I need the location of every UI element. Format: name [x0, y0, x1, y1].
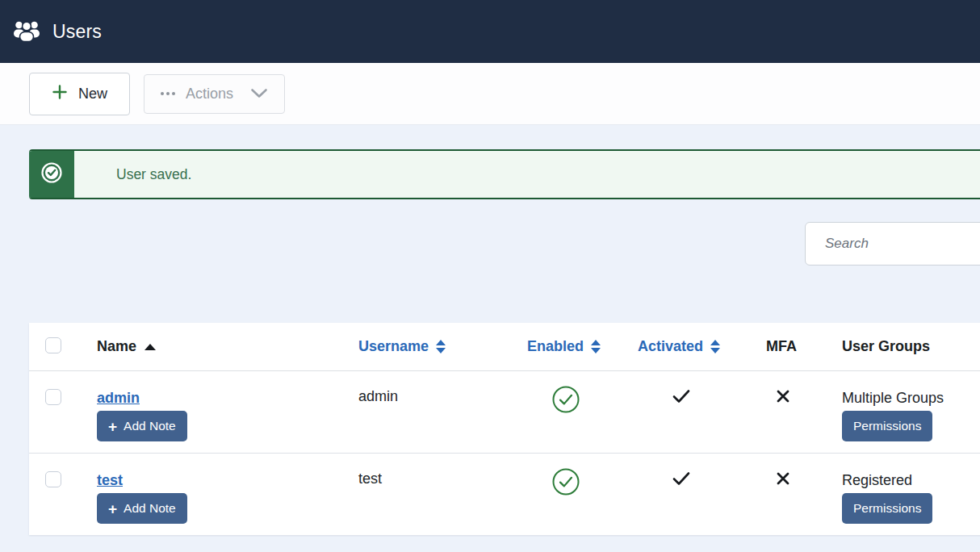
- permissions-label: Permissions: [853, 501, 921, 516]
- user-name-link[interactable]: admin: [97, 387, 140, 409]
- permissions-label: Permissions: [853, 419, 921, 433]
- enabled-check-circle-icon: [551, 485, 580, 499]
- sort-icon: [591, 340, 601, 353]
- select-all-cell: [29, 337, 97, 357]
- enabled-cell[interactable]: [527, 371, 638, 417]
- add-note-button[interactable]: + Add Note: [97, 411, 187, 441]
- column-header-enabled[interactable]: Enabled: [527, 338, 638, 355]
- plus-icon: +: [108, 501, 117, 516]
- row-select-cell: [29, 371, 97, 408]
- username-cell: admin: [358, 371, 527, 405]
- column-header-username-label: Username: [358, 338, 429, 355]
- column-header-name-label: Name: [97, 338, 136, 355]
- column-header-activated[interactable]: Activated: [638, 338, 766, 355]
- user-name-link[interactable]: test: [97, 470, 123, 491]
- actions-button[interactable]: Actions: [144, 74, 285, 114]
- users-icon: [12, 19, 41, 45]
- check-icon: [672, 392, 690, 406]
- username-cell: test: [358, 454, 527, 487]
- ellipsis-icon: [161, 92, 175, 95]
- x-icon: [776, 475, 790, 488]
- groups-cell: Multiple Groups Permissions: [842, 371, 980, 441]
- sort-ascending-icon: [144, 344, 156, 350]
- row-select-cell: [29, 454, 97, 491]
- row-checkbox[interactable]: [45, 471, 61, 487]
- name-cell: test + Add Note: [97, 454, 358, 524]
- name-cell: admin + Add Note: [97, 371, 358, 441]
- mfa-cell: [766, 454, 842, 489]
- table-header-row: Name Username Enabled Activated MFA User…: [29, 323, 980, 371]
- add-note-button[interactable]: + Add Note: [97, 493, 187, 524]
- column-header-username[interactable]: Username: [358, 338, 527, 355]
- users-table: Name Username Enabled Activated MFA User…: [29, 323, 980, 535]
- chevron-down-icon: [250, 86, 268, 102]
- column-header-groups: User Groups: [842, 338, 980, 355]
- alert-icon-box: [29, 151, 74, 198]
- content-area: User saved. Name Username Enabled Activa…: [0, 125, 980, 552]
- permissions-button[interactable]: Permissions: [842, 493, 932, 524]
- enabled-check-circle-icon: [551, 403, 580, 416]
- toolbar: New Actions: [0, 63, 980, 125]
- table-row: admin + Add Note admin: [29, 371, 980, 454]
- search-input[interactable]: [805, 222, 980, 266]
- check-circle-icon: [40, 161, 63, 187]
- plus-icon: [52, 84, 68, 104]
- column-header-mfa: MFA: [766, 338, 842, 355]
- add-note-label: Add Note: [124, 419, 176, 433]
- check-icon: [672, 475, 690, 488]
- alert-message: User saved.: [74, 151, 980, 198]
- sort-icon: [436, 340, 446, 353]
- plus-icon: +: [108, 419, 117, 434]
- x-icon: [776, 392, 790, 406]
- success-alert: User saved.: [29, 149, 980, 199]
- activated-cell: [638, 454, 766, 489]
- add-note-label: Add Note: [124, 501, 176, 516]
- table-row: test + Add Note test: [29, 454, 980, 535]
- activated-cell: [638, 371, 766, 407]
- app-header: Users: [0, 0, 980, 63]
- groups-cell: Registered Permissions: [842, 454, 980, 524]
- mfa-cell: [766, 371, 842, 407]
- select-all-checkbox[interactable]: [45, 337, 61, 353]
- enabled-cell[interactable]: [527, 454, 638, 500]
- permissions-button[interactable]: Permissions: [842, 411, 932, 441]
- actions-button-label: Actions: [186, 86, 233, 102]
- column-header-enabled-label: Enabled: [527, 338, 584, 355]
- new-button-label: New: [78, 86, 107, 102]
- column-header-name[interactable]: Name: [97, 338, 358, 355]
- page-title: Users: [52, 21, 102, 43]
- column-header-activated-label: Activated: [638, 338, 703, 355]
- new-button[interactable]: New: [29, 73, 130, 115]
- column-header-groups-label: User Groups: [842, 338, 930, 355]
- column-header-mfa-label: MFA: [766, 338, 797, 355]
- groups-label: Registered: [842, 470, 912, 491]
- row-checkbox[interactable]: [45, 389, 61, 405]
- sort-icon: [710, 340, 720, 353]
- groups-label: Multiple Groups: [842, 387, 944, 409]
